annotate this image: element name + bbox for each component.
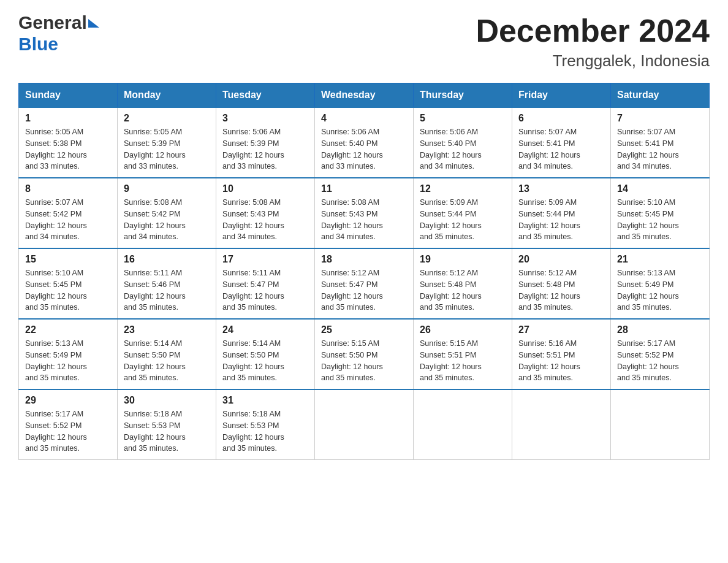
daylight-minutes: and 35 minutes.	[420, 373, 474, 382]
daylight-minutes: and 35 minutes.	[321, 303, 376, 312]
day-number: 22	[25, 324, 111, 335]
sunrise-label: Sunrise: 5:18 AM	[124, 410, 182, 418]
week-row-3: 15 Sunrise: 5:10 AM Sunset: 5:45 PM Dayl…	[19, 248, 710, 319]
daylight-minutes: and 35 minutes.	[25, 444, 80, 453]
sunset-label: Sunset: 5:48 PM	[420, 280, 476, 289]
daylight-label: Daylight: 12 hours	[321, 221, 383, 230]
daylight-minutes: and 35 minutes.	[518, 232, 573, 241]
day-info: Sunrise: 5:06 AM Sunset: 5:40 PM Dayligh…	[321, 126, 407, 172]
col-monday: Monday	[118, 83, 216, 108]
week-row-1: 1 Sunrise: 5:05 AM Sunset: 5:38 PM Dayli…	[19, 107, 710, 178]
sunset-label: Sunset: 5:42 PM	[25, 210, 82, 218]
daylight-label: Daylight: 12 hours	[222, 362, 284, 371]
daylight-label: Daylight: 12 hours	[222, 433, 284, 442]
day-cell-16: 16 Sunrise: 5:11 AM Sunset: 5:46 PM Dayl…	[118, 248, 216, 319]
daylight-minutes: and 33 minutes.	[124, 162, 178, 170]
sunset-label: Sunset: 5:52 PM	[617, 351, 673, 359]
day-number: 15	[25, 254, 111, 265]
daylight-label: Daylight: 12 hours	[518, 221, 580, 230]
day-number: 20	[518, 254, 604, 265]
daylight-minutes: and 35 minutes.	[25, 373, 80, 382]
sunrise-label: Sunrise: 5:10 AM	[617, 198, 675, 207]
day-number: 19	[420, 254, 506, 265]
day-cell-11: 11 Sunrise: 5:08 AM Sunset: 5:43 PM Dayl…	[315, 178, 414, 248]
day-info: Sunrise: 5:13 AM Sunset: 5:49 PM Dayligh…	[617, 267, 703, 313]
day-cell-23: 23 Sunrise: 5:14 AM Sunset: 5:50 PM Dayl…	[118, 319, 216, 389]
day-cell-7: 7 Sunrise: 5:07 AM Sunset: 5:41 PM Dayli…	[611, 107, 710, 178]
day-number: 3	[222, 113, 308, 124]
daylight-label: Daylight: 12 hours	[25, 362, 87, 371]
day-number: 26	[420, 324, 506, 335]
col-sunday: Sunday	[19, 83, 118, 108]
day-cell-22: 22 Sunrise: 5:13 AM Sunset: 5:49 PM Dayl…	[19, 319, 118, 389]
day-info: Sunrise: 5:09 AM Sunset: 5:44 PM Dayligh…	[518, 197, 604, 243]
daylight-minutes: and 33 minutes.	[25, 162, 80, 170]
day-info: Sunrise: 5:10 AM Sunset: 5:45 PM Dayligh…	[25, 267, 111, 313]
sunset-label: Sunset: 5:42 PM	[124, 210, 180, 218]
daylight-label: Daylight: 12 hours	[518, 151, 580, 159]
day-info: Sunrise: 5:05 AM Sunset: 5:38 PM Dayligh…	[25, 126, 111, 172]
daylight-label: Daylight: 12 hours	[25, 292, 87, 301]
day-info: Sunrise: 5:08 AM Sunset: 5:42 PM Dayligh…	[124, 197, 210, 243]
sunset-label: Sunset: 5:53 PM	[124, 421, 180, 430]
day-info: Sunrise: 5:13 AM Sunset: 5:49 PM Dayligh…	[25, 338, 111, 384]
day-info: Sunrise: 5:14 AM Sunset: 5:50 PM Dayligh…	[222, 338, 308, 384]
day-number: 23	[124, 324, 210, 335]
day-number: 24	[222, 324, 308, 335]
daylight-label: Daylight: 12 hours	[222, 151, 284, 159]
logo-general-text: General	[18, 12, 87, 34]
daylight-label: Daylight: 12 hours	[25, 433, 87, 442]
sunrise-label: Sunrise: 5:17 AM	[617, 339, 675, 348]
day-number: 7	[617, 113, 703, 124]
sunset-label: Sunset: 5:40 PM	[420, 139, 476, 148]
daylight-minutes: and 34 minutes.	[25, 232, 80, 241]
daylight-minutes: and 34 minutes.	[617, 162, 672, 170]
sunrise-label: Sunrise: 5:14 AM	[124, 339, 182, 348]
daylight-label: Daylight: 12 hours	[321, 292, 383, 301]
daylight-label: Daylight: 12 hours	[124, 362, 186, 371]
day-number: 10	[222, 183, 308, 194]
day-info: Sunrise: 5:08 AM Sunset: 5:43 PM Dayligh…	[222, 197, 308, 243]
logo-arrow-icon	[88, 19, 99, 28]
sunrise-label: Sunrise: 5:09 AM	[420, 198, 478, 207]
day-cell-13: 13 Sunrise: 5:09 AM Sunset: 5:44 PM Dayl…	[512, 178, 611, 248]
daylight-minutes: and 34 minutes.	[222, 232, 277, 241]
sunset-label: Sunset: 5:49 PM	[617, 280, 673, 289]
day-info: Sunrise: 5:05 AM Sunset: 5:39 PM Dayligh…	[124, 126, 210, 172]
sunrise-label: Sunrise: 5:13 AM	[25, 339, 83, 348]
day-number: 28	[617, 324, 703, 335]
sunrise-label: Sunrise: 5:08 AM	[321, 198, 379, 207]
day-info: Sunrise: 5:06 AM Sunset: 5:39 PM Dayligh…	[222, 126, 308, 172]
sunrise-label: Sunrise: 5:06 AM	[420, 128, 478, 136]
sunset-label: Sunset: 5:46 PM	[124, 280, 180, 289]
sunrise-label: Sunrise: 5:10 AM	[25, 269, 83, 277]
col-wednesday: Wednesday	[315, 83, 414, 108]
daylight-label: Daylight: 12 hours	[420, 292, 482, 301]
daylight-minutes: and 35 minutes.	[124, 303, 178, 312]
page-header: General Blue December 2024 Trenggalek, I…	[18, 12, 710, 71]
sunrise-label: Sunrise: 5:17 AM	[25, 410, 83, 418]
col-saturday: Saturday	[611, 83, 710, 108]
day-info: Sunrise: 5:11 AM Sunset: 5:46 PM Dayligh…	[124, 267, 210, 313]
sunset-label: Sunset: 5:50 PM	[124, 351, 180, 359]
day-cell-1: 1 Sunrise: 5:05 AM Sunset: 5:38 PM Dayli…	[19, 107, 118, 178]
day-cell-5: 5 Sunrise: 5:06 AM Sunset: 5:40 PM Dayli…	[414, 107, 512, 178]
day-info: Sunrise: 5:10 AM Sunset: 5:45 PM Dayligh…	[617, 197, 703, 243]
daylight-minutes: and 35 minutes.	[222, 373, 277, 382]
daylight-minutes: and 35 minutes.	[518, 373, 573, 382]
daylight-label: Daylight: 12 hours	[124, 221, 186, 230]
day-cell-20: 20 Sunrise: 5:12 AM Sunset: 5:48 PM Dayl…	[512, 248, 611, 319]
daylight-label: Daylight: 12 hours	[124, 292, 186, 301]
sunset-label: Sunset: 5:53 PM	[222, 421, 279, 430]
sunrise-label: Sunrise: 5:11 AM	[124, 269, 182, 277]
calendar-table: Sunday Monday Tuesday Wednesday Thursday…	[18, 83, 710, 460]
day-cell-8: 8 Sunrise: 5:07 AM Sunset: 5:42 PM Dayli…	[19, 178, 118, 248]
day-number: 27	[518, 324, 604, 335]
daylight-minutes: and 35 minutes.	[518, 303, 573, 312]
day-cell-3: 3 Sunrise: 5:06 AM Sunset: 5:39 PM Dayli…	[216, 107, 315, 178]
sunset-label: Sunset: 5:39 PM	[124, 139, 180, 148]
day-number: 13	[518, 183, 604, 194]
day-info: Sunrise: 5:07 AM Sunset: 5:42 PM Dayligh…	[25, 197, 111, 243]
page-title: December 2024	[476, 12, 710, 49]
day-info: Sunrise: 5:12 AM Sunset: 5:48 PM Dayligh…	[518, 267, 604, 313]
